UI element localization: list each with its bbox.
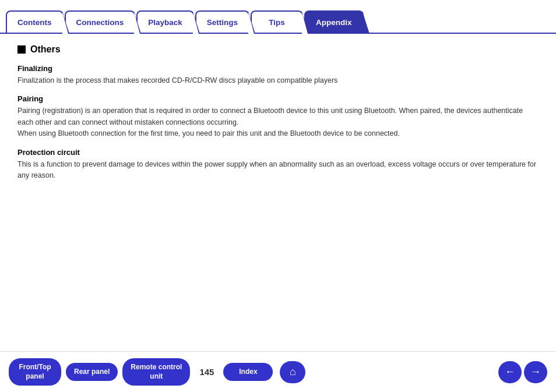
term-desc-pairing: Pairing (registration) is an operation t… (17, 105, 539, 139)
term-title-protection: Protection circuit (17, 148, 539, 157)
rear-panel-button[interactable]: Rear panel (66, 363, 118, 382)
page-number: 145 (199, 367, 214, 377)
tab-connections[interactable]: Connections (65, 10, 136, 33)
section-title-box (17, 45, 26, 54)
section-heading: Others (17, 44, 539, 55)
index-button[interactable]: Index (223, 363, 273, 382)
term-title-finalizing: Finalizing (17, 64, 539, 73)
term-title-pairing: Pairing (17, 94, 539, 103)
term-desc-protection: This is a function to prevent damage to … (17, 159, 539, 182)
term-finalizing: Finalizing Finalization is the process t… (17, 64, 539, 86)
section-title-text: Others (30, 44, 61, 55)
term-desc-finalizing: Finalization is the process that makes r… (17, 75, 539, 86)
remote-control-button[interactable]: Remote control unit (122, 358, 190, 386)
back-icon: ← (505, 366, 515, 378)
term-protection-circuit: Protection circuit This is a function to… (17, 148, 539, 182)
front-top-panel-button[interactable]: Front/Top panel (9, 358, 61, 386)
nav-group: ← → (498, 361, 547, 383)
tab-appendix[interactable]: Appendix (304, 10, 364, 33)
term-pairing: Pairing Pairing (registration) is an ope… (17, 94, 539, 139)
tab-tips[interactable]: Tips (251, 10, 303, 33)
tab-navigation: Contents Connections Playback Settings T… (0, 0, 556, 34)
main-content: Others Finalizing Finalization is the pr… (0, 34, 556, 194)
home-button[interactable]: ⌂ (280, 361, 305, 383)
tab-settings[interactable]: Settings (195, 10, 249, 33)
bottom-bar: Front/Top panel Rear panel Remote contro… (0, 351, 556, 392)
forward-button[interactable]: → (524, 361, 547, 383)
home-icon: ⌂ (290, 366, 296, 378)
back-button[interactable]: ← (498, 361, 522, 383)
tab-contents[interactable]: Contents (6, 10, 64, 33)
tab-playback[interactable]: Playback (136, 10, 194, 33)
forward-icon: → (530, 366, 541, 378)
